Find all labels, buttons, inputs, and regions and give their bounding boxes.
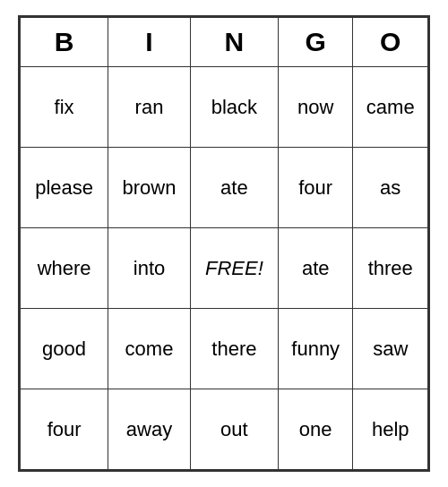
bingo-row-4: fourawayoutonehelp [21, 389, 428, 470]
bingo-cell-2-3: ate [278, 228, 353, 309]
bingo-cell-3-4: saw [353, 309, 428, 389]
bingo-row-1: pleasebrownatefouras [21, 148, 428, 228]
bingo-cell-2-2: FREE! [190, 228, 278, 309]
bingo-cell-4-0: four [21, 389, 108, 470]
bingo-cell-1-4: as [353, 148, 428, 228]
bingo-table: BINGO fixranblacknowcamepleasebrownatefo… [20, 17, 428, 470]
header-letter-o: O [353, 18, 428, 67]
bingo-cell-4-4: help [353, 389, 428, 470]
header-letter-i: I [108, 18, 191, 67]
bingo-row-3: goodcometherefunnysaw [21, 309, 428, 389]
bingo-cell-0-3: now [278, 67, 353, 148]
bingo-row-2: whereintoFREE!atethree [21, 228, 428, 309]
bingo-cell-1-0: please [21, 148, 108, 228]
bingo-cell-3-1: come [108, 309, 191, 389]
bingo-cell-4-1: away [108, 389, 191, 470]
bingo-cell-1-3: four [278, 148, 353, 228]
header-row: BINGO [21, 18, 428, 67]
bingo-cell-2-0: where [21, 228, 108, 309]
header-letter-b: B [21, 18, 108, 67]
bingo-cell-3-3: funny [278, 309, 353, 389]
bingo-cell-4-2: out [190, 389, 278, 470]
bingo-cell-3-2: there [190, 309, 278, 389]
bingo-cell-4-3: one [278, 389, 353, 470]
header-letter-g: G [278, 18, 353, 67]
bingo-cell-1-2: ate [190, 148, 278, 228]
bingo-cell-0-2: black [190, 67, 278, 148]
bingo-cell-3-0: good [21, 309, 108, 389]
bingo-cell-0-1: ran [108, 67, 191, 148]
bingo-cell-2-1: into [108, 228, 191, 309]
bingo-cell-2-4: three [353, 228, 428, 309]
bingo-cell-0-0: fix [21, 67, 108, 148]
bingo-row-0: fixranblacknowcame [21, 67, 428, 148]
bingo-cell-0-4: came [353, 67, 428, 148]
bingo-card: BINGO fixranblacknowcamepleasebrownatefo… [18, 15, 430, 472]
header-letter-n: N [190, 18, 278, 67]
bingo-cell-1-1: brown [108, 148, 191, 228]
